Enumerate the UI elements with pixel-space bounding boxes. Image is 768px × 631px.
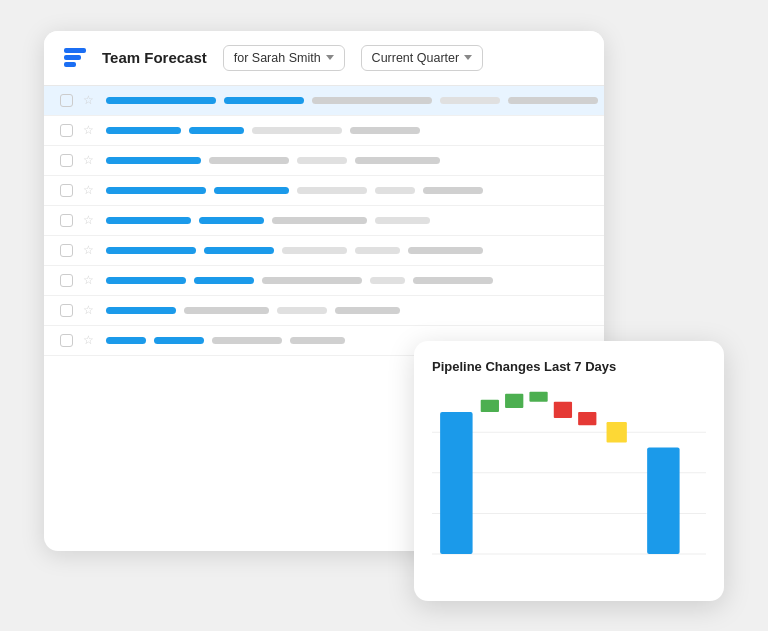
bar-green-2 xyxy=(505,393,523,407)
chart-title: Pipeline Changes Last 7 Days xyxy=(432,359,706,374)
table-row[interactable]: ☆ xyxy=(44,146,604,176)
row-bar-0 xyxy=(106,247,196,254)
chevron-down-icon-2 xyxy=(464,55,472,60)
row-bar-3 xyxy=(440,97,500,104)
row-bar-1 xyxy=(194,277,254,284)
row-bar-4 xyxy=(350,127,420,134)
bar-red-2 xyxy=(578,411,596,424)
row-content xyxy=(106,127,588,134)
row-bar-3 xyxy=(355,247,400,254)
row-bar-4 xyxy=(355,157,440,164)
row-bar-2 xyxy=(184,307,269,314)
row-checkbox[interactable] xyxy=(60,94,73,107)
row-bar-4 xyxy=(508,97,598,104)
row-checkbox[interactable] xyxy=(60,334,73,347)
bar-yellow-1 xyxy=(607,422,627,442)
row-bar-0 xyxy=(106,277,186,284)
chart-card: Pipeline Changes Last 7 Days xyxy=(414,341,724,601)
row-star[interactable]: ☆ xyxy=(83,244,96,257)
table-row[interactable]: ☆ xyxy=(44,236,604,266)
row-star[interactable]: ☆ xyxy=(83,124,96,137)
app-logo-icon xyxy=(64,48,86,67)
row-bar-2 xyxy=(252,127,342,134)
row-bar-2 xyxy=(282,247,347,254)
row-checkbox[interactable] xyxy=(60,274,73,287)
row-bar-3 xyxy=(375,187,415,194)
row-bar-0 xyxy=(106,307,176,314)
row-content xyxy=(106,97,598,104)
row-bar-0 xyxy=(106,337,146,344)
row-bar-0 xyxy=(106,157,201,164)
logo-layer-1 xyxy=(64,48,86,53)
row-bar-0 xyxy=(106,217,191,224)
row-bar-2 xyxy=(209,157,289,164)
row-bar-4 xyxy=(335,307,400,314)
row-checkbox[interactable] xyxy=(60,214,73,227)
row-bar-0 xyxy=(106,97,216,104)
row-star[interactable]: ☆ xyxy=(83,214,96,227)
row-bar-2 xyxy=(312,97,432,104)
row-bar-4 xyxy=(423,187,483,194)
row-star[interactable]: ☆ xyxy=(83,154,96,167)
table-row[interactable]: ☆ xyxy=(44,176,604,206)
row-star[interactable]: ☆ xyxy=(83,304,96,317)
row-content xyxy=(106,187,588,194)
row-content xyxy=(106,157,588,164)
row-bar-1 xyxy=(224,97,304,104)
waterfall-chart xyxy=(432,388,706,578)
row-bar-2 xyxy=(272,217,367,224)
row-bar-2 xyxy=(212,337,282,344)
row-bar-3 xyxy=(277,307,327,314)
row-bar-3 xyxy=(375,217,430,224)
row-bar-3 xyxy=(297,157,347,164)
bar-end xyxy=(647,447,679,554)
row-checkbox[interactable] xyxy=(60,304,73,317)
row-bar-4 xyxy=(413,277,493,284)
chevron-down-icon xyxy=(326,55,334,60)
table-row[interactable]: ☆ xyxy=(44,296,604,326)
chart-area xyxy=(432,388,706,578)
row-bar-0 xyxy=(106,187,206,194)
row-bar-0 xyxy=(106,127,181,134)
row-star[interactable]: ☆ xyxy=(83,184,96,197)
table-row[interactable]: ☆ xyxy=(44,86,604,116)
row-checkbox[interactable] xyxy=(60,184,73,197)
bar-green-1 xyxy=(481,399,499,411)
row-star[interactable]: ☆ xyxy=(83,274,96,287)
row-content xyxy=(106,247,588,254)
row-content xyxy=(106,307,588,314)
header: Team Forecast for Sarah Smith Current Qu… xyxy=(44,31,604,86)
app-title: Team Forecast xyxy=(102,49,207,66)
row-checkbox[interactable] xyxy=(60,124,73,137)
row-bar-1 xyxy=(154,337,204,344)
table-row[interactable]: ☆ xyxy=(44,266,604,296)
table-row[interactable]: ☆ xyxy=(44,116,604,146)
bar-red-1 xyxy=(554,401,572,417)
row-content xyxy=(106,217,588,224)
table-area: ☆☆☆☆☆☆☆☆☆ xyxy=(44,86,604,356)
row-bar-1 xyxy=(214,187,289,194)
bar-start xyxy=(440,411,472,553)
row-star[interactable]: ☆ xyxy=(83,94,96,107)
row-bar-3 xyxy=(370,277,405,284)
person-filter-button[interactable]: for Sarah Smith xyxy=(223,45,345,71)
row-bar-1 xyxy=(199,217,264,224)
table-row[interactable]: ☆ xyxy=(44,206,604,236)
scene: Team Forecast for Sarah Smith Current Qu… xyxy=(44,31,724,601)
logo-layer-2 xyxy=(64,55,81,60)
row-checkbox[interactable] xyxy=(60,244,73,257)
row-star[interactable]: ☆ xyxy=(83,334,96,347)
period-filter-button[interactable]: Current Quarter xyxy=(361,45,484,71)
logo-layer-3 xyxy=(64,62,76,67)
person-filter-label: for Sarah Smith xyxy=(234,51,321,65)
row-bar-2 xyxy=(262,277,362,284)
row-bar-4 xyxy=(408,247,483,254)
row-bar-1 xyxy=(189,127,244,134)
row-bar-1 xyxy=(204,247,274,254)
row-content xyxy=(106,277,588,284)
row-bar-4 xyxy=(290,337,345,344)
row-checkbox[interactable] xyxy=(60,154,73,167)
bar-green-3 xyxy=(529,391,547,401)
period-filter-label: Current Quarter xyxy=(372,51,460,65)
row-bar-2 xyxy=(297,187,367,194)
